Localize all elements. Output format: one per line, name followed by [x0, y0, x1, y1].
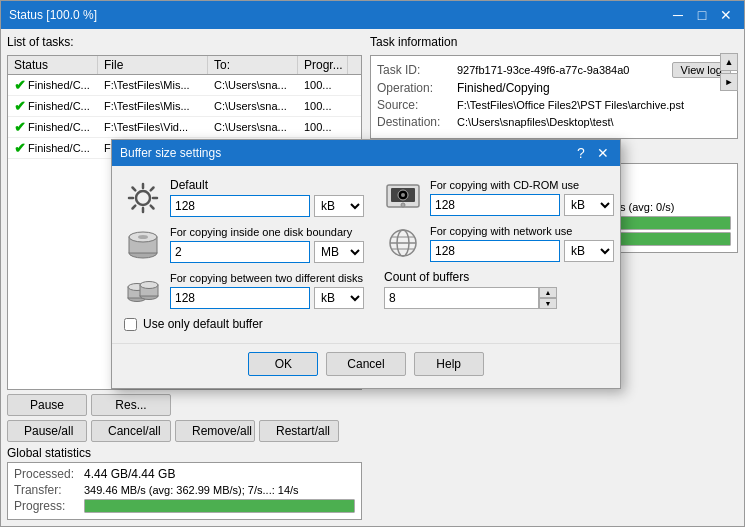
- count-buffers-label: Count of buffers: [384, 270, 614, 284]
- close-button[interactable]: ✕: [716, 5, 736, 25]
- between-disks-field-group: For copying between two different disks …: [170, 272, 364, 309]
- cdrom-field-group: For copying with CD-ROM use kBMBGB: [430, 179, 614, 216]
- use-default-label: Use only default buffer: [143, 317, 263, 331]
- default-label: Default: [170, 178, 364, 192]
- minimize-button[interactable]: ─: [668, 5, 688, 25]
- single-disk-icon: [124, 225, 162, 263]
- spinner-down-button[interactable]: ▼: [539, 298, 557, 309]
- svg-point-0: [136, 191, 150, 205]
- gear-icon: [124, 179, 162, 217]
- network-icon: [384, 224, 422, 262]
- between-disks-label: For copying between two different disks: [170, 272, 364, 284]
- window-title: Status [100.0 %]: [9, 8, 97, 22]
- spinner-up-button[interactable]: ▲: [539, 287, 557, 298]
- count-buffers-input-row: ▲ ▼: [384, 287, 614, 309]
- inside-disk-label: For copying inside one disk boundary: [170, 226, 364, 238]
- between-disks-row: For copying between two different disks …: [124, 271, 364, 309]
- dialog-help-button[interactable]: ?: [572, 144, 590, 162]
- between-disks-unit-select[interactable]: kBMBGB: [314, 287, 364, 309]
- between-disks-input[interactable]: [170, 287, 310, 309]
- buffer-size-dialog: Buffer size settings ? ✕: [111, 139, 621, 389]
- cdrom-unit-select[interactable]: kBMBGB: [564, 194, 614, 216]
- network-unit-select[interactable]: kBMBGB: [564, 240, 614, 262]
- spinner-buttons: ▲ ▼: [539, 287, 557, 309]
- network-field-group: For copying with network use kBMBGB: [430, 225, 614, 262]
- network-row: For copying with network use kBMBGB: [384, 224, 614, 262]
- cancel-button[interactable]: Cancel: [326, 352, 405, 376]
- cdrom-input[interactable]: [430, 194, 560, 216]
- default-unit-select[interactable]: kBMBGB: [314, 195, 364, 217]
- network-label: For copying with network use: [430, 225, 614, 237]
- dialog-footer: OK Cancel Help: [112, 343, 620, 388]
- default-input[interactable]: [170, 195, 310, 217]
- dialog-overlay: Buffer size settings ? ✕: [1, 29, 744, 526]
- dialog-content: Default kBMBGB: [112, 166, 620, 343]
- two-disks-icon: [124, 271, 162, 309]
- default-row: Default kBMBGB: [124, 178, 364, 217]
- svg-point-13: [401, 203, 405, 207]
- inside-disk-input-row: kBMBGB: [170, 241, 364, 263]
- inside-disk-row: For copying inside one disk boundary kBM…: [124, 225, 364, 263]
- between-disks-input-row: kBMBGB: [170, 287, 364, 309]
- svg-point-15: [401, 193, 405, 197]
- inside-disk-unit-select[interactable]: kBMBGB: [314, 241, 364, 263]
- help-button[interactable]: Help: [414, 352, 484, 376]
- svg-point-10: [140, 282, 158, 289]
- dialog-columns: Default kBMBGB: [124, 178, 608, 331]
- maximize-button[interactable]: □: [692, 5, 712, 25]
- count-buffers-group: Count of buffers ▲ ▼: [384, 270, 614, 309]
- main-window: Status [100.0 %] ─ □ ✕ List of tasks: St…: [0, 0, 745, 527]
- use-default-checkbox[interactable]: [124, 318, 137, 331]
- dialog-close-button[interactable]: ✕: [594, 144, 612, 162]
- title-bar: Status [100.0 %] ─ □ ✕: [1, 1, 744, 29]
- inside-disk-field-group: For copying inside one disk boundary kBM…: [170, 226, 364, 263]
- cdrom-icon: [384, 178, 422, 216]
- cdrom-input-row: kBMBGB: [430, 194, 614, 216]
- default-field-group: Default kBMBGB: [170, 178, 364, 217]
- dialog-title: Buffer size settings: [120, 146, 221, 160]
- default-input-row: kBMBGB: [170, 195, 364, 217]
- use-default-row: Use only default buffer: [124, 317, 364, 331]
- main-content: List of tasks: Status File To: Progr... …: [1, 29, 744, 526]
- dialog-right-col: For copying with CD-ROM use kBMBGB: [384, 178, 614, 331]
- dialog-title-bar: Buffer size settings ? ✕: [112, 140, 620, 166]
- cdrom-row: For copying with CD-ROM use kBMBGB: [384, 178, 614, 216]
- cdrom-label: For copying with CD-ROM use: [430, 179, 614, 191]
- ok-button[interactable]: OK: [248, 352, 318, 376]
- network-input[interactable]: [430, 240, 560, 262]
- count-buffers-input[interactable]: [384, 287, 539, 309]
- network-input-row: kBMBGB: [430, 240, 614, 262]
- dialog-controls: ? ✕: [572, 144, 612, 162]
- svg-point-4: [138, 235, 148, 239]
- dialog-left-col: Default kBMBGB: [124, 178, 364, 331]
- title-bar-controls: ─ □ ✕: [668, 5, 736, 25]
- inside-disk-input[interactable]: [170, 241, 310, 263]
